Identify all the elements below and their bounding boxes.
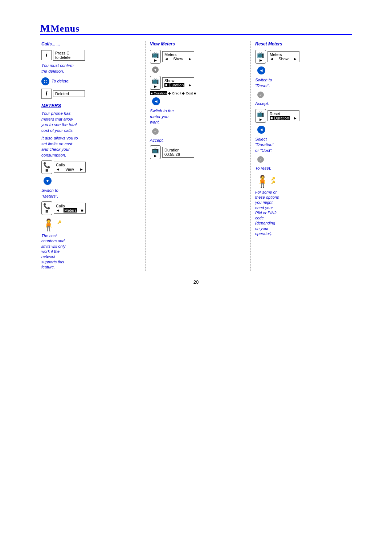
phone-icon-reset-duration: 📺 ▶ — [255, 109, 266, 123]
calls-header: Calls... ... — [41, 41, 60, 46]
calls-meters-screen: Calls ◄ Meters ■ — [54, 203, 86, 214]
diagram-grid: Calls... ... i Press C to delete You mus… — [40, 41, 352, 271]
duration-value-screen: Duration 00:55:26 — [162, 147, 194, 158]
select-duration-cost-text: Select"Duration"or "Cost". — [255, 137, 274, 154]
calls-view-screen: Calls ◄ View ► — [54, 162, 86, 173]
reset-duration-screen: Reset ■ Duration ► — [268, 110, 299, 121]
reset-meters-column: Reset Meters 📺 ▶ Meters ◄ Show ► — [250, 41, 352, 271]
phone-icon-duration-value: 📺 ▶ — [150, 145, 161, 159]
cost-counters-note: The costcounters andlimits will onlywork… — [41, 233, 66, 270]
person-figure-icon: 🧍 — [41, 219, 56, 231]
page-number: 20 — [40, 279, 352, 285]
meters-label: METERS — [41, 103, 61, 108]
menus-heading: MMenus — [40, 22, 352, 35]
person-figure-icon-2: 🧍 — [255, 175, 270, 187]
meters-desc-2: It also allows you toset limits on costa… — [41, 135, 78, 158]
reset-meters-header: Reset Meters — [255, 41, 282, 46]
show-duration-screen: Show ■ Duration ► — [162, 77, 194, 88]
switch-reset-text: Switch to"Reset". — [255, 77, 272, 89]
meters-show-screen-step: 📺 ▶ Meters ◄ Show ► — [150, 50, 194, 64]
phone-icon-calls-view: 📞 ☰ — [41, 160, 52, 174]
reset-meters-show-screen: Meters ◄ Show ► — [268, 51, 299, 62]
calls-column: Calls... ... i Press C to delete You mus… — [40, 41, 142, 271]
c-button-step: C To delete. — [41, 77, 70, 86]
deleted-screen: Deleted — [53, 90, 85, 97]
reset-meters-show-screen-step: 📺 ▶ Meters ◄ Show ► — [255, 50, 299, 64]
info-icon-2: i — [41, 89, 52, 99]
accept-btn-rm-2[interactable]: ✓ — [257, 156, 264, 163]
deleted-screen-step: i Deleted — [41, 89, 85, 99]
c-button[interactable]: C — [41, 77, 49, 85]
to-delete-text: To delete. — [52, 78, 70, 84]
info-icon: i — [41, 50, 52, 60]
nav-lr-btn-rm[interactable]: ◄ — [257, 126, 265, 134]
accept-text-rm: Accept. — [255, 101, 269, 107]
figure-step-1: 🧍 🔑 — [41, 219, 61, 231]
confirm-deletion-text: You must confirmthe deletion. — [41, 63, 74, 74]
meters-show-screen: Meters ◄ Show ► — [162, 51, 194, 62]
reset-duration-screen-step: 📺 ▶ Reset ■ Duration ► — [255, 109, 299, 123]
page-title: MMenus — [40, 22, 352, 34]
to-reset-text: To reset. — [255, 166, 271, 171]
view-meters-header: View Meters — [150, 41, 175, 46]
calls-meters-screen-step: 📞 ☰ Calls ◄ Meters ■ — [41, 201, 86, 215]
nav-down-btn-vm[interactable]: ▼ — [152, 66, 159, 73]
phone-icon-meters-show: 📺 ▶ — [150, 50, 161, 64]
show-duration-screen-step: 📺 ▶ Show ■ Duration ► — [150, 76, 194, 90]
nav-down-btn-1[interactable]: ▼ — [44, 177, 52, 185]
accept-btn-vm[interactable]: ✓ — [152, 128, 159, 135]
nav-lr-btn-vm[interactable]: ◄ — [152, 97, 160, 105]
phone-icon-show-duration: 📺 ▶ — [150, 76, 161, 90]
press-c-screen-step: i Press C to delete — [41, 50, 85, 61]
figure-step-2: 🧍 🔑 🔑 — [255, 175, 275, 187]
accept-text-vm: Accept. — [150, 138, 164, 143]
phone-icon-reset-meters-show: 📺 ▶ — [255, 50, 266, 64]
phone-icon-calls-meters: 📞 ☰ — [41, 201, 52, 215]
accept-btn-rm-1[interactable]: ✓ — [257, 92, 264, 98]
nav-left-btn-rm[interactable]: ◄ — [257, 66, 265, 74]
duration-tabs-indicator: ■ Duration ◆ Credit ◆ Cost ■ — [150, 91, 196, 95]
calls-view-screen-step: 📞 ☰ Calls ◄ View ► — [41, 160, 86, 174]
meters-desc-1: Your phone hasmeters that allowyou to se… — [41, 111, 77, 133]
switch-meter-text: Switch to themeter youwant. — [150, 108, 174, 125]
duration-value-screen-step: 📺 ▶ Duration 00:55:26 — [150, 145, 194, 159]
view-meters-column: View Meters 📺 ▶ Meters ◄ Show ► — [145, 41, 247, 271]
press-c-screen: Press C to delete — [53, 50, 85, 61]
pin-note: For some ofthese optionsyou mightneed yo… — [255, 190, 279, 236]
switch-to-meters-text: Switch to"Meters". — [41, 188, 58, 199]
